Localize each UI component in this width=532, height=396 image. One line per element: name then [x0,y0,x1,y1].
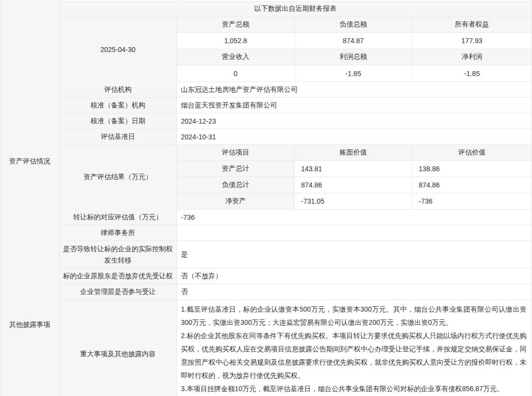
row-value: 山东冠达土地房地产资产评估有限公司 [177,82,532,97]
row-value: 烟台蓝天投资开发集团有限公司 [177,98,532,113]
major-matters-row: 重大事项及其他披露内容 1.截至评估基准日，标的企业认缴资本500万元，实缴资本… [59,300,532,396]
evaluation-result-row: 资产评估结果（万元） 评估项目 账面价值 评估价值 资产总计 143.81 13… [59,145,532,210]
row-label: 标的企业原股东是否放弃优先受让权 [59,268,177,284]
row-label: 资产总计 [177,161,295,177]
table-row-law-firm: 律师事务所 [59,225,532,241]
book-value: -731.05 [295,193,412,209]
col-header-operating-revenue: 营业收入 [177,49,295,65]
col-header-total-assets: 资产总额 [177,17,295,32]
operating-revenue-value: 0 [177,65,295,81]
asset-evaluation-section-title: 资产评估情况 [0,82,59,241]
evaluated-value: -736 [412,193,532,209]
row-label: 净资产 [177,193,295,209]
table-row-transfer-evaluated-value: 转让标的对应评估值（万元） -736 [59,210,532,225]
row-label: 企业管理层是否参与受让 [59,284,177,299]
other-disclosure-section-title: 其他披露事项 [0,241,59,396]
financial-section-label-cell [0,0,59,82]
table-row-management-participation: 企业管理层是否参与受让 否 [59,284,532,300]
row-label: 转让标的对应评估值（万元） [59,210,177,225]
row-label: 核准（备案）机构 [59,98,177,113]
evaluation-table-row-total-assets: 资产总计 143.81 138.86 [177,161,532,177]
total-profit-value: -1.85 [295,65,412,81]
major-matters-label: 重大事项及其他披露内容 [59,300,177,396]
col-header-book-value: 账面价值 [295,145,412,160]
evaluation-table-row-net-assets: 净资产 -731.05 -736 [177,193,532,210]
row-value [177,225,532,240]
financial-report-section: 以下数据出自近期财务报表 2025-04-30 资产总额 负债总额 所有者权益 … [0,0,532,82]
major-matters-content: 1.截至评估基准日，标的企业认缴资本500万元，实缴资本300万元。其中，烟台公… [177,300,532,396]
row-value: 否 [177,284,532,299]
row-value: 2024-12-23 [177,113,532,129]
report-date-cell: 2025-04-30 [59,17,177,82]
table-row-evaluation-base-date: 评估基准日 2024-10-31 [59,129,532,145]
evaluation-table-row-total-liabilities: 负债总计 874.86 874.86 [177,177,532,193]
table-row-preemptive-right-waiver: 标的企业原股东是否放弃优先受让权 否（不放弃） [59,268,532,284]
col-header-total-liabilities: 负债总额 [295,17,412,32]
evaluation-table-header-row: 评估项目 账面价值 评估价值 [177,145,532,161]
col-header-total-profit: 利润总额 [295,49,412,65]
evaluation-result-label: 资产评估结果（万元） [59,145,177,210]
disclosure-paragraph: 1.截至评估基准日，标的企业认缴资本500万元，实缴资本300万元。其中，烟台公… [181,303,527,329]
disclosure-table-page: 以下数据出自近期财务报表 2025-04-30 资产总额 负债总额 所有者权益 … [0,0,532,396]
other-disclosure-section: 其他披露事项 是否导致转让标的企业的实际控制权发生转移 是 标的企业原股东是否放… [0,241,532,396]
row-value: 是 [177,241,532,268]
financial-note-row: 以下数据出自近期财务报表 [59,1,532,17]
table-row-approval-date: 核准（备案）日期 2024-12-23 [59,113,532,129]
financial-header-row: 资产总额 负债总额 所有者权益 [177,17,532,33]
financial-note-text: 以下数据出自近期财务报表 [254,4,337,13]
owner-equity-value: 177.93 [412,33,532,49]
total-liabilities-value: 874.87 [295,33,412,49]
evaluated-value: 138.86 [412,161,532,177]
row-value: 否（不放弃） [177,268,532,284]
table-row-control-transfer: 是否导致转让标的企业的实际控制权发生转移 是 [59,241,532,268]
financial-header-row: 营业收入 利润总额 净利润 [177,49,532,65]
col-header-net-profit: 净利润 [412,49,532,65]
table-row-evaluation-agency: 评估机构 山东冠达土地房地产资产评估有限公司 [59,82,532,98]
row-label: 是否导致转让标的企业的实际控制权发生转移 [59,241,177,268]
asset-evaluation-body: 评估机构 山东冠达土地房地产资产评估有限公司 核准（备案）机构 烟台蓝天投资开发… [59,82,532,241]
book-value: 143.81 [295,161,412,177]
financial-table: 2025-04-30 资产总额 负债总额 所有者权益 1,052.8 874.8… [59,17,532,82]
col-header-evaluation-item: 评估项目 [177,145,295,160]
asset-evaluation-section: 资产评估情况 评估机构 山东冠达土地房地产资产评估有限公司 核准（备案）机构 烟… [0,82,532,241]
total-assets-value: 1,052.8 [177,33,295,49]
disclosure-paragraph: 3.本项目挂牌金额10万元，截至评估基准日，烟台公共事业集团有限公司对标的企业享… [181,382,527,396]
financial-grid: 资产总额 负债总额 所有者权益 1,052.8 874.87 177.93 营业… [177,17,532,82]
row-label: 核准（备案）日期 [59,113,177,129]
other-disclosure-body: 是否导致转让标的企业的实际控制权发生转移 是 标的企业原股东是否放弃优先受让权 … [59,241,532,396]
net-profit-value: -1.85 [412,65,532,81]
col-header-owner-equity: 所有者权益 [412,17,532,32]
evaluation-result-table: 评估项目 账面价值 评估价值 资产总计 143.81 138.86 负债总计 8… [177,145,532,210]
book-value: 874.86 [295,177,412,193]
table-row-approval-agency: 核准（备案）机构 烟台蓝天投资开发集团有限公司 [59,98,532,113]
evaluated-value: 874.86 [412,177,532,193]
financial-value-row: 0 -1.85 -1.85 [177,65,532,82]
col-header-evaluated-value: 评估价值 [412,145,532,160]
financial-section-body: 以下数据出自近期财务报表 2025-04-30 资产总额 负债总额 所有者权益 … [59,0,532,82]
row-value: 2024-10-31 [177,129,532,144]
row-value: -736 [177,210,532,225]
row-label: 律师事务所 [59,225,177,240]
row-label: 负债总计 [177,177,295,193]
row-label: 评估基准日 [59,129,177,144]
financial-value-row: 1,052.8 874.87 177.93 [177,33,532,49]
top-row-remnant-cell [59,0,177,1]
row-label: 评估机构 [59,82,177,97]
disclosure-paragraph: 2.标的企业其他股东在同等条件下有优先购买权。本项目转让方要求优先购买权人只能以… [181,329,527,382]
